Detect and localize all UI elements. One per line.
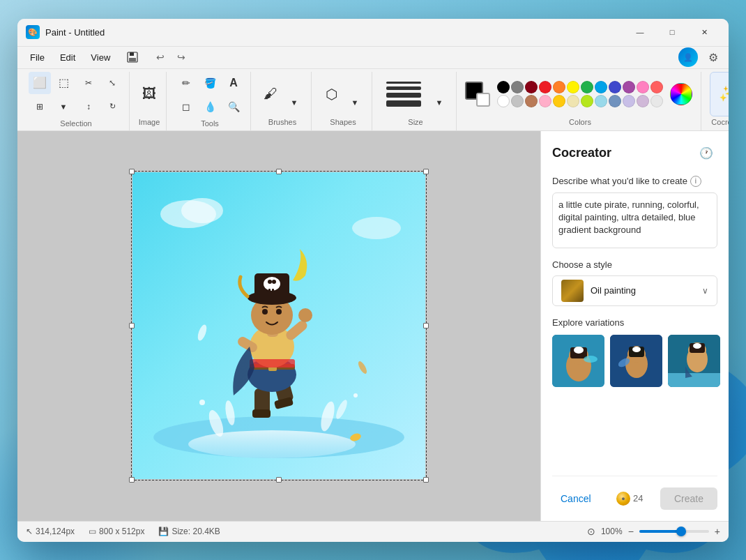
cocreator-ribbon-button[interactable]: ✨ — [710, 72, 729, 116]
zoom-out-button[interactable]: − — [628, 526, 634, 537]
cancel-button[interactable]: Cancel — [552, 487, 600, 510]
panel-header: Cocreator 🕐 — [552, 142, 717, 165]
size-value: Size: 20.4KB — [172, 527, 220, 536]
color-swatch[interactable] — [595, 81, 607, 93]
prompt-textarea[interactable]: a little cute pirate, running, colorful,… — [552, 192, 717, 248]
history-controls: ↩ ↪ — [151, 47, 191, 67]
text-tool[interactable]: A — [222, 72, 245, 94]
zoom-slider-thumb[interactable] — [676, 527, 686, 536]
size-2[interactable] — [386, 86, 421, 90]
color-swatch[interactable] — [511, 81, 524, 93]
flip-tool[interactable]: ↕ — [77, 96, 100, 118]
minimize-button[interactable]: — — [624, 21, 656, 43]
ribbon-group-brushes: 🖌 ▼ Brushes — [254, 72, 312, 130]
maximize-button[interactable]: □ — [656, 21, 688, 43]
color-swatch[interactable] — [525, 81, 538, 93]
brush-more[interactable]: ▼ — [283, 91, 305, 114]
color-swatch[interactable] — [553, 81, 565, 93]
color-swatch[interactable] — [609, 81, 621, 93]
canvas-image[interactable] — [132, 172, 425, 479]
variation-3[interactable] — [668, 335, 720, 387]
info-icon[interactable]: i — [690, 176, 701, 187]
tools-label: Tools — [201, 119, 219, 128]
secondary-color-swatch[interactable] — [476, 93, 490, 107]
magnify-tool[interactable]: 🔍 — [222, 96, 245, 118]
style-dropdown[interactable]: Oil painting ∨ — [552, 275, 717, 306]
pencil-tool[interactable]: ✏ — [175, 72, 197, 94]
eraser-tool[interactable]: ◻ — [175, 96, 197, 118]
color-swatch[interactable] — [553, 95, 565, 107]
color-swatch[interactable] — [581, 81, 593, 93]
svg-point-54 — [574, 347, 584, 354]
image-label: Image — [139, 118, 160, 126]
selection-label: Selection — [60, 119, 91, 128]
color-swatch[interactable] — [497, 81, 510, 93]
rect-select-tool[interactable]: ⬜ — [29, 72, 51, 94]
close-button[interactable]: ✕ — [688, 21, 720, 43]
save-button[interactable] — [121, 47, 144, 67]
color-swatch[interactable] — [637, 81, 649, 93]
size-3[interactable] — [386, 93, 421, 98]
color-swatch[interactable] — [511, 95, 524, 107]
select-more-tool[interactable]: ▼ — [52, 96, 75, 118]
svg-point-35 — [298, 308, 312, 322]
color-swatch[interactable] — [567, 95, 579, 107]
menu-view[interactable]: View — [84, 50, 117, 66]
ribbon-group-tools: ✏ 🪣 A ◻ 💧 🔍 Tools — [169, 72, 251, 130]
menu-file[interactable]: File — [23, 50, 52, 66]
color-swatch[interactable] — [525, 95, 538, 107]
color-swatch[interactable] — [637, 95, 649, 107]
color-swatch[interactable] — [650, 81, 663, 93]
shapes-more[interactable]: ▼ — [344, 91, 366, 114]
style-label: Choose a style — [552, 259, 717, 270]
color-wheel-button[interactable] — [670, 83, 692, 105]
shapes-tool[interactable]: ⬡ — [320, 83, 342, 105]
colors-label: Colors — [569, 118, 591, 126]
svg-point-39 — [276, 309, 282, 315]
main-window: 🎨 Paint - Untitled — □ ✕ File Edit View … — [17, 19, 729, 542]
variation-1[interactable] — [552, 335, 604, 387]
color-swatch[interactable] — [623, 81, 635, 93]
ribbon-group-cocreator: ✨ Cocreator — [704, 72, 729, 130]
color-swatch[interactable] — [595, 95, 607, 107]
color-pick-tool[interactable]: 💧 — [199, 96, 221, 118]
zoom-in-button[interactable]: + — [715, 526, 720, 537]
select-all-tool[interactable]: ⊞ — [29, 96, 51, 118]
menu-edit[interactable]: Edit — [53, 50, 82, 66]
panel-history-button[interactable]: 🕐 — [695, 142, 717, 165]
color-swatch[interactable] — [623, 95, 635, 107]
rotate-tool[interactable]: ↻ — [101, 96, 123, 118]
zoom-slider[interactable] — [639, 530, 709, 533]
variation-2[interactable] — [610, 335, 662, 387]
color-swatch[interactable] — [539, 81, 551, 93]
resize-tool[interactable]: ⤡ — [101, 72, 123, 94]
svg-point-67 — [693, 343, 701, 349]
size-4[interactable] — [386, 100, 421, 107]
canvas-area[interactable] — [17, 131, 540, 521]
undo-button[interactable]: ↩ — [151, 47, 170, 67]
svg-rect-32 — [250, 359, 295, 368]
settings-button[interactable]: ⚙ — [703, 47, 723, 67]
color-swatch[interactable] — [609, 95, 621, 107]
cursor-coords: 314,124px — [36, 527, 75, 536]
variations-label: Explore variations — [552, 317, 717, 328]
brush-tool[interactable]: 🖌 — [259, 83, 282, 105]
redo-button[interactable]: ↪ — [172, 47, 191, 67]
account-button[interactable]: 👤 — [678, 47, 698, 67]
size-1[interactable] — [386, 82, 421, 84]
svg-point-13 — [181, 198, 223, 223]
size-icon: 💾 — [158, 527, 169, 536]
create-button[interactable]: Create — [660, 487, 717, 510]
crop-tool[interactable]: ✂ — [77, 72, 100, 94]
fill-tool[interactable]: 🪣 — [199, 72, 221, 94]
color-swatch[interactable] — [581, 95, 593, 107]
size-more[interactable]: ▼ — [428, 91, 450, 114]
image-tool[interactable]: 🖼 — [138, 83, 160, 105]
color-swatch[interactable] — [567, 81, 579, 93]
ribbon-group-selection: ⬜ ⬚ ⊞ ▼ ✂ ⤡ ↕ ↻ Selection — [23, 72, 130, 130]
color-swatch[interactable] — [650, 95, 663, 107]
color-swatch[interactable] — [539, 95, 551, 107]
color-swatch[interactable] — [497, 95, 510, 107]
free-select-tool[interactable]: ⬚ — [52, 72, 75, 94]
panel-footer: Cancel ● 24 Create — [552, 476, 717, 510]
